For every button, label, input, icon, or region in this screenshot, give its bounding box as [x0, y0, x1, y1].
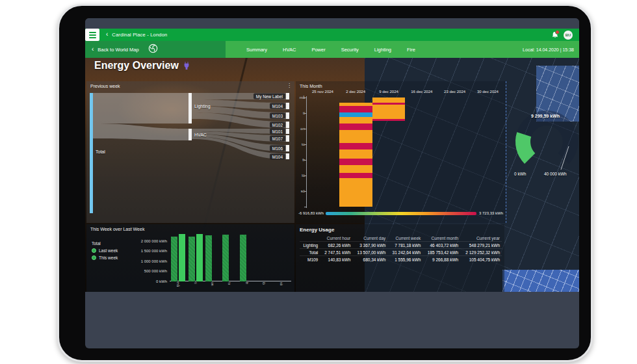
heatmap-cell[interactable] — [339, 165, 372, 173]
sankey-target-label[interactable]: M102 — [270, 122, 285, 128]
y-tick-label: 0 kWh — [156, 280, 167, 283]
table-cell: 3 367,90 kWh — [352, 242, 387, 249]
table-cell: 13 507,00 kWh — [352, 249, 387, 256]
app-top-bar: ‹ Cardinal Place - London BU — [85, 29, 579, 41]
sankey-target-label[interactable]: My New Label — [254, 94, 285, 99]
sankey-target-label[interactable]: M104 — [270, 103, 285, 109]
tab-summary[interactable]: Summary — [246, 47, 267, 53]
panel-week-over-week: This Week over Last Week Total Last week… — [86, 224, 294, 292]
bar-last-week-on[interactable] — [205, 235, 212, 281]
x-category-label: fr — [245, 282, 249, 291]
bar-last-week-må[interactable] — [171, 237, 177, 281]
bar-last-week-fr[interactable] — [240, 235, 246, 281]
bar-last-week-to[interactable] — [222, 235, 229, 281]
user-avatar[interactable]: BU — [564, 31, 573, 40]
bar-last-week-ti[interactable] — [188, 237, 195, 281]
panel-energy-usage: Energy Usage Current hourCurrent dayCurr… — [296, 224, 504, 292]
heatmap-cell[interactable] — [339, 124, 372, 130]
tab-hvac[interactable]: HVAC — [283, 47, 296, 53]
heatmap-cell[interactable] — [339, 112, 372, 117]
x-category-label: sö — [280, 282, 283, 291]
table-cell: 185 753,42 kWh — [422, 249, 460, 256]
heatmap-week-label: 25 nov 2024 — [312, 90, 333, 94]
panel-title: This Week over Last Week — [86, 224, 294, 231]
tab-power[interactable]: Power — [311, 47, 325, 53]
table-cell: 46 403,72 kWh — [422, 242, 460, 249]
y-tick-label: 2 000 000 kWh — [141, 239, 167, 243]
table-row: Total2 747,51 kWh13 507,00 kWh31 242,64 … — [300, 249, 502, 256]
y-tick-label: 500 000 kWh — [144, 269, 167, 273]
table-cell: 2 129 252,32 kWh — [460, 249, 502, 256]
energy-plug-icon — [184, 62, 189, 70]
heatmap-cell[interactable] — [372, 98, 406, 103]
tab-lighting[interactable]: Lighting — [374, 47, 391, 53]
table-cell: 2 747,51 kWh — [320, 249, 352, 256]
heatmap-y-axis — [306, 96, 307, 208]
sankey-target-label[interactable]: M101 — [270, 129, 285, 135]
page-title: Energy Overview — [94, 60, 189, 72]
heatmap-cell[interactable] — [372, 119, 406, 121]
chart-legend: Total Last week This week — [92, 241, 118, 260]
x-category-label: ti — [194, 282, 198, 291]
table-header: Current hour — [320, 235, 352, 242]
sankey-target-label[interactable]: M104 — [270, 153, 285, 159]
heatmap-week-label: 16 dec 2024 — [411, 90, 432, 94]
sankey-chart — [86, 81, 294, 223]
world-icon[interactable] — [148, 44, 158, 56]
site-title: Cardinal Place - London — [112, 32, 167, 38]
table-cell: Lighting — [300, 242, 320, 249]
table-cell: 105 404,75 kWh — [460, 256, 502, 263]
heatmap-cell[interactable] — [339, 150, 372, 159]
table-header — [300, 235, 320, 242]
heatmap-cell[interactable] — [339, 178, 372, 207]
x-category-label: må — [176, 282, 180, 291]
heatmap-cell[interactable] — [339, 106, 372, 112]
table-cell: 31 242,64 kWh — [387, 249, 422, 256]
table-row: Lighting682,26 kWh3 367,90 kWh7 781,18 k… — [300, 242, 502, 249]
sankey-node-lighting: Lighting — [194, 104, 211, 109]
y-tick-label: 1 000 000 kWh — [141, 259, 167, 263]
local-time: Local: 14.04.2020 | 15:38 — [523, 47, 579, 52]
heatmap-tick — [304, 113, 306, 114]
table-cell: 1 555,96 kWh — [387, 256, 422, 263]
heatmap-week-label: 9 dec 2024 — [379, 90, 398, 94]
gauge-chart — [506, 81, 579, 223]
back-chevron-icon[interactable]: ‹ — [106, 31, 108, 38]
heatmap-cell[interactable] — [372, 105, 406, 119]
legend-dot — [92, 248, 96, 253]
back-chevron-icon: ‹ — [92, 46, 94, 53]
heatmap-tick — [304, 160, 306, 161]
heatmap-cell[interactable] — [339, 130, 372, 143]
legend-item-last-week[interactable]: Last week — [92, 248, 118, 253]
heatmap-week-label: 30 dec 2024 — [477, 90, 499, 94]
gauge-max-label: 40 000 kWh — [544, 172, 567, 176]
bar-this-week-må[interactable] — [179, 234, 185, 281]
tab-security[interactable]: Security — [341, 47, 359, 53]
table-header: Current year — [460, 235, 502, 242]
heatmap-cell[interactable] — [339, 159, 372, 165]
nav-bar: ‹ Back to World Map SummaryHVACPowerSecu… — [85, 41, 579, 58]
heatmap-tick — [304, 98, 306, 98]
gauge-value: 9 299,59 kWh — [531, 114, 560, 118]
panel-gauge: 9 299,59 kWh 0 kWh 40 000 kWh — [506, 81, 579, 223]
tab-fire[interactable]: Fire — [407, 47, 415, 53]
heatmap-cell[interactable] — [339, 173, 372, 178]
heatmap-cell[interactable] — [339, 143, 372, 150]
legend-item-this-week[interactable]: This week — [92, 255, 118, 260]
heatmap-tick — [304, 191, 306, 192]
heatmap-tick — [304, 144, 306, 145]
sankey-target-label[interactable]: M107 — [270, 136, 285, 142]
sankey-target-label[interactable]: M103 — [270, 113, 285, 119]
heatmap-tick — [304, 176, 306, 176]
bar-this-week-ti[interactable] — [196, 234, 203, 281]
sankey-target-label[interactable]: M106 — [270, 146, 285, 151]
legend-title: Total — [92, 241, 118, 246]
table-header: Current week — [387, 235, 422, 242]
hamburger-menu-button[interactable] — [85, 29, 99, 41]
x-category-label: on — [211, 282, 214, 291]
table-cell: 7 781,18 kWh — [387, 242, 422, 249]
back-to-world-map-button[interactable]: ‹ Back to World Map — [85, 41, 226, 58]
table-cell: 682,26 kWh — [320, 242, 352, 249]
heatmap-cell[interactable] — [339, 117, 372, 124]
notifications-bell-icon[interactable] — [552, 31, 558, 38]
